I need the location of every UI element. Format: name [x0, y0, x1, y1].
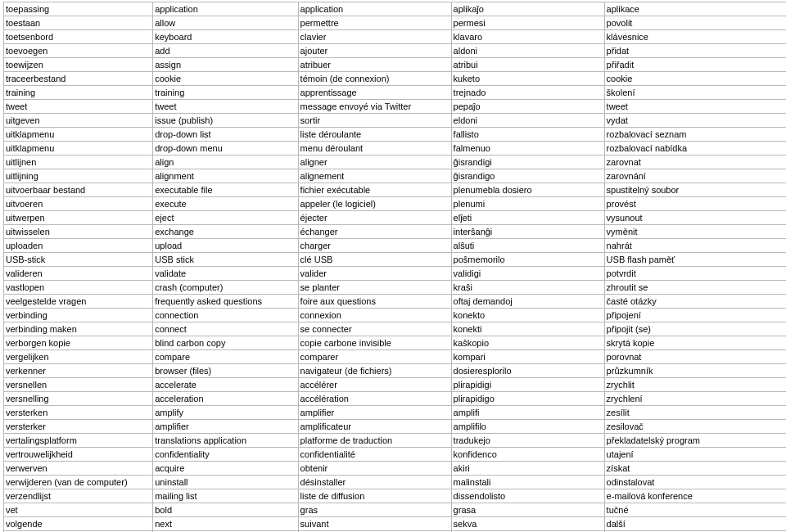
table-cell: valider — [298, 267, 451, 281]
table-cell: elĵeti — [451, 211, 604, 225]
table-row: toestaanallowpermettrepermesipovolit — [4, 16, 787, 30]
table-cell: validigi — [451, 267, 604, 281]
table-cell: uitlijnen — [4, 156, 153, 169]
table-cell: grasa — [451, 503, 604, 517]
table-row: verwijderen (van de computer)uninstalldé… — [4, 476, 787, 489]
table-cell: volgende — [4, 517, 153, 531]
table-row: veelgestelde vragenfrequently asked ques… — [4, 295, 787, 309]
table-cell: apprentissage — [298, 86, 451, 100]
table-cell: plirapidigo — [451, 392, 604, 406]
table-row: USB-stickUSB stickclé USBpoŝmemoriloUSB … — [4, 253, 787, 267]
table-cell: sekva — [451, 517, 604, 531]
table-cell: toepassing — [4, 2, 153, 16]
table-cell: validate — [153, 267, 298, 281]
table-row: vastlopencrash (computer)se planterkraŝi… — [4, 281, 787, 295]
table-cell: amplificateur — [298, 420, 451, 434]
table-row: versnellingaccelerationaccélérationplira… — [4, 392, 787, 406]
table-cell: konekti — [451, 322, 604, 336]
table-row: verbinding makenconnectse connecterkonek… — [4, 322, 787, 336]
table-cell: vysunout — [604, 211, 786, 225]
table-cell: kaŝkopio — [451, 336, 604, 350]
table-cell: dosieresplorilo — [451, 364, 604, 378]
table-cell: přiřadit — [604, 58, 786, 72]
table-cell: verzendlijst — [4, 489, 153, 503]
table-row: traceerbestandcookietémoin (de connexion… — [4, 72, 787, 86]
table-cell: connection — [153, 309, 298, 322]
table-row: verwervenacquireobtenirakirizískat — [4, 462, 787, 476]
table-cell: uitlijning — [4, 169, 153, 183]
table-cell: vertrouwelijkheid — [4, 448, 153, 462]
table-cell: USB stick — [153, 253, 298, 267]
table-row: uitwerpenejectéjecterelĵetivysunout — [4, 211, 787, 225]
table-cell: verkenner — [4, 364, 153, 378]
table-row: verzendlijstmailing listliste de diffusi… — [4, 489, 787, 503]
table-cell: platforme de traduction — [298, 434, 451, 448]
table-cell: vastlopen — [4, 281, 153, 295]
table-body: toepassingapplicationapplicationaplikaĵo… — [4, 2, 787, 533]
table-row: vetboldgrasgrasatučné — [4, 503, 787, 517]
table-cell: zarovnání — [604, 169, 786, 183]
table-cell: appeler (le logiciel) — [298, 197, 451, 211]
table-cell: atribui — [451, 58, 604, 72]
table-cell: konfidenco — [451, 448, 604, 462]
table-cell: tučné — [604, 503, 786, 517]
table-row: uitlijnenalignalignerĝisrandigizarovnat — [4, 156, 787, 169]
table-cell: eject — [153, 211, 298, 225]
table-cell: message envoyé via Twitter — [298, 100, 451, 114]
table-cell: obtenir — [298, 462, 451, 476]
table-row: verborgen kopieblind carbon copycopie ca… — [4, 336, 787, 350]
table-cell: vertalingsplatform — [4, 434, 153, 448]
table-cell: toetsenbord — [4, 30, 153, 44]
table-cell: permesi — [451, 16, 604, 30]
table-cell: trejnado — [451, 86, 604, 100]
table-row: uitwisselenexchangeéchangerinterŝanĝivym… — [4, 225, 787, 239]
table-cell: USB flash paměť — [604, 253, 786, 267]
table-cell: USB-stick — [4, 253, 153, 267]
table-cell: échanger — [298, 225, 451, 239]
table-cell: připojení — [604, 309, 786, 322]
table-cell: amplifilo — [451, 420, 604, 434]
table-cell: vergelijken — [4, 350, 153, 364]
table-cell: accélérer — [298, 378, 451, 392]
table-cell: liste déroulante — [298, 128, 451, 142]
table-cell: amplifi — [451, 406, 604, 420]
table-cell: zrychlit — [604, 378, 786, 392]
table-cell: permettre — [298, 16, 451, 30]
table-cell: se planter — [298, 281, 451, 295]
table-cell: plirapidigi — [451, 378, 604, 392]
table-cell: browser (files) — [153, 364, 298, 378]
table-cell: clavier — [298, 30, 451, 44]
table-row: trainingtrainingapprentissagetrejnadoško… — [4, 86, 787, 100]
table-cell: školení — [604, 86, 786, 100]
table-cell: další — [604, 517, 786, 531]
table-row: tweettweetmessage envoyé via Twitterpepa… — [4, 100, 787, 114]
table-cell: application — [298, 2, 451, 16]
table-cell: verwerven — [4, 462, 153, 476]
table-cell: éjecter — [298, 211, 451, 225]
table-cell: zarovnat — [604, 156, 786, 169]
table-cell: accelerate — [153, 378, 298, 392]
table-cell: veelgestelde vragen — [4, 295, 153, 309]
table-cell: amplify — [153, 406, 298, 420]
table-cell: add — [153, 44, 298, 58]
table-cell: kompari — [451, 350, 604, 364]
table-cell: versnellen — [4, 378, 153, 392]
table-cell: training — [153, 86, 298, 100]
table-cell: amplifier — [298, 406, 451, 420]
table-row: vertalingsplatformtranslations applicati… — [4, 434, 787, 448]
table-cell: uitwisselen — [4, 225, 153, 239]
table-row: uitvoerbaar bestandexecutable filefichie… — [4, 183, 787, 197]
table-cell: accélération — [298, 392, 451, 406]
table-cell: cookie — [153, 72, 298, 86]
table-cell: execute — [153, 197, 298, 211]
table-row: uitklapmenudrop-down menumenu déroulantf… — [4, 142, 787, 156]
table-cell: verbinding — [4, 309, 153, 322]
table-cell: uitwerpen — [4, 211, 153, 225]
table-cell: désinstaller — [298, 476, 451, 489]
translation-table: toepassingapplicationapplicationaplikaĵo… — [3, 2, 786, 532]
table-cell: odinstalovat — [604, 476, 786, 489]
table-cell: keyboard — [153, 30, 298, 44]
table-cell: toestaan — [4, 16, 153, 30]
table-row: toevoegenaddajouteraldonipřidat — [4, 44, 787, 58]
table-cell: toevoegen — [4, 44, 153, 58]
